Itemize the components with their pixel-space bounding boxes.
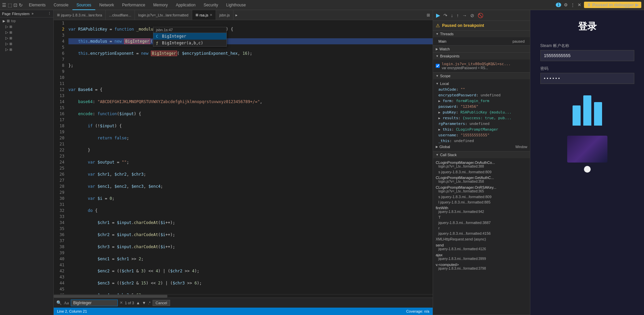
tab-elements[interactable]: Elements bbox=[25, 0, 50, 10]
csi-firewith[interactable]: fireWith jquery-1.8.3.mi...formatted:942 bbox=[433, 205, 530, 215]
sidebar-item-network[interactable]: ▶ ⊞ top bbox=[0, 18, 53, 24]
tab-memory[interactable]: Memory bbox=[149, 0, 172, 10]
prev-match-button[interactable]: ▲ bbox=[136, 301, 140, 305]
dont-pause-icon[interactable]: 🚫 bbox=[477, 12, 484, 19]
thread-main: Main paused bbox=[433, 39, 530, 44]
breakpoints-content: login.js?v=_Ltv80oQSgKQ&l=sc... var encr… bbox=[433, 59, 530, 72]
sidebar-menu-icon[interactable]: ⋮ bbox=[48, 11, 51, 16]
scope-pubKey[interactable]: ▶ pubKey: RSAPublicKey {modulu... bbox=[433, 109, 530, 115]
tab-performance[interactable]: Performance bbox=[118, 0, 149, 10]
play-icon[interactable]: ▶ bbox=[635, 2, 639, 7]
scope-arrow: ▼ bbox=[436, 74, 439, 78]
sidebar-item-1[interactable]: ▷ ⊞ bbox=[0, 24, 53, 30]
search-input[interactable] bbox=[71, 300, 118, 306]
close-icon[interactable]: ✕ bbox=[578, 2, 581, 7]
threads-header[interactable]: ▼ Threads bbox=[433, 31, 530, 37]
tab-sources[interactable]: Sources bbox=[72, 0, 95, 10]
code-line-13: var $chr1, $chr2, $chr3; bbox=[68, 171, 433, 177]
csi-r-loc: jquery-1.8.3.mi...formatted:4156 bbox=[433, 231, 530, 236]
csi-computed[interactable]: v.<computed> jquery-1.8.3.mi...formatted… bbox=[433, 262, 530, 271]
tab-lighthouse[interactable]: Lighthouse bbox=[222, 0, 250, 10]
nav-icons: ☰ ⬚ ⊡ ↻ bbox=[0, 2, 25, 8]
more-tabs-icon[interactable]: ▸ bbox=[233, 13, 239, 17]
editor-tab-jsbn[interactable]: jsbn.js bbox=[216, 10, 233, 20]
devtools-toolbar: ☰ ⬚ ⊡ ↻ Elements Console Sources Network… bbox=[0, 0, 644, 10]
step-over-icon[interactable]: ↷ bbox=[442, 12, 448, 19]
tab-application[interactable]: Application bbox=[172, 0, 200, 10]
password-display: •••••• bbox=[540, 73, 634, 84]
cancel-button[interactable]: Cancel bbox=[153, 300, 170, 306]
code-line-21: $enc2 = (($chr1 & 3) << 4) | ($chr2 >> 4… bbox=[68, 268, 433, 274]
scope-form[interactable]: ▶ form: form#login_form bbox=[433, 98, 530, 104]
csi-0[interactable]: CLoginPromptManager.OnAuthCo... login.js… bbox=[433, 160, 530, 169]
scope-results[interactable]: ▶ results: {success: true, pub... bbox=[433, 115, 530, 121]
sidebar-filesystem-tab[interactable]: Filesystem bbox=[12, 12, 30, 16]
username-input[interactable] bbox=[540, 50, 634, 61]
scope-header[interactable]: ▼ Scope bbox=[433, 73, 530, 79]
settings-icon[interactable]: ⚙ bbox=[564, 2, 568, 7]
scope-section: ▼ Scope ▼ Local authCode: "" encryptedPa… bbox=[433, 73, 530, 151]
sidebar-item-4[interactable]: ▷ ⊞ bbox=[0, 41, 53, 47]
scope-username: username: "15555555555" bbox=[433, 132, 530, 138]
scope-local-header[interactable]: ▼ Local bbox=[433, 81, 530, 87]
scope-encryptedPassword: encryptedPassword: undefined bbox=[433, 92, 530, 98]
regex-icon[interactable]: .* bbox=[148, 301, 150, 305]
clear-search-icon[interactable]: ✕ bbox=[120, 301, 123, 305]
csi-send[interactable]: send jquery-1.8.3.mi...formatted:4126 bbox=[433, 242, 530, 252]
watch-header[interactable]: ▶ Watch bbox=[433, 46, 530, 52]
csi-ajax[interactable]: ajax jquery-1.8.3.mi...formatted:3999 bbox=[433, 252, 530, 262]
autocomplete-item-0[interactable]: C BigInteger bbox=[153, 33, 226, 40]
sidebar-page-tab[interactable]: Page bbox=[2, 12, 11, 16]
editor-tab-login[interactable]: login.js?v=_Ltv...lare:formatted bbox=[135, 10, 192, 20]
mobile-icon[interactable]: ⊡ bbox=[13, 2, 17, 8]
tab-console[interactable]: Console bbox=[50, 0, 72, 10]
scope-global-header[interactable]: ▶ Global Window bbox=[433, 144, 530, 150]
inspect-icon[interactable]: ↻ bbox=[19, 2, 23, 8]
editor-tab-rsa[interactable]: ⊞ rsa.js ✕ bbox=[192, 10, 216, 20]
resume-icon[interactable]: ▶ bbox=[435, 11, 441, 19]
code-line-11: } bbox=[68, 147, 433, 153]
message-badge[interactable]: 1 bbox=[556, 3, 561, 7]
editor-tab-jquery[interactable]: ⊞ jquery-1.8.3.mi...lare:fora bbox=[54, 10, 106, 20]
csi-xmlhttp[interactable]: XMLHttpRequest.send (async) bbox=[433, 236, 530, 242]
editor-tab-cloudflare[interactable]: ...cloudflare... bbox=[106, 10, 135, 20]
preview-title: 登录 bbox=[578, 20, 597, 33]
call-stack-content: CLoginPromptManager.OnAuthCo... login.js… bbox=[433, 158, 530, 273]
autocomplete-header: jsbn.1s:47 bbox=[153, 27, 226, 33]
horizontal-scrollbar[interactable] bbox=[54, 294, 433, 298]
step-into-icon[interactable]: ↓ bbox=[450, 12, 454, 19]
autocomplete-item-1[interactable]: ƒ BigInteger(a,b,c) bbox=[153, 40, 226, 46]
code-editor[interactable]: var RSAPublicKey = function _modulus_hex… bbox=[67, 20, 433, 294]
close-rsa-tab[interactable]: ✕ bbox=[210, 13, 212, 17]
csi-2[interactable]: CLoginPromptManager.GetAuthC... login.js… bbox=[433, 175, 530, 184]
sidebar-item-5[interactable]: ▷ ⊞ bbox=[0, 47, 53, 52]
threads-section: ▼ Threads Main paused bbox=[433, 31, 530, 46]
tab-security[interactable]: Security bbox=[200, 0, 222, 10]
tab-network[interactable]: Network bbox=[95, 0, 118, 10]
collapse-icon: ▷ bbox=[5, 25, 8, 29]
scope-this[interactable]: ▶ this: CLoginPromptManager bbox=[433, 127, 530, 132]
code-line-19: $chr3 = $input.charCodeAt($i++); bbox=[68, 244, 433, 250]
editor-end-icon[interactable]: ⊞ bbox=[424, 13, 433, 17]
code-line-3: this.encryptionExponent = new BigInteger… bbox=[68, 50, 433, 56]
breakpoints-header[interactable]: ▼ Breakpoints bbox=[433, 53, 530, 59]
sidebar-more-icon[interactable]: » bbox=[32, 12, 34, 15]
scope-authCode: authCode: "" bbox=[433, 87, 530, 92]
code-line-12: var $output = ""; bbox=[68, 159, 433, 165]
step-out-icon[interactable]: ↑ bbox=[455, 12, 460, 19]
call-stack-header[interactable]: ▼ Call Stack bbox=[433, 151, 530, 158]
sidebar-item-2[interactable]: ▷ ⊞ bbox=[0, 30, 53, 35]
code-line-14: var $enc1, $enc2, $enc3, $enc4; bbox=[68, 183, 433, 189]
back-icon[interactable]: ☰ bbox=[2, 2, 6, 8]
deactivate-icon[interactable]: ⊘ bbox=[469, 12, 475, 19]
forward-icon[interactable]: ⬚ bbox=[8, 2, 12, 8]
step-icon[interactable]: → bbox=[461, 12, 468, 19]
breakpoint-checkbox[interactable] bbox=[436, 64, 440, 68]
watch-arrow: ▶ bbox=[436, 47, 438, 51]
next-match-button[interactable]: ▼ bbox=[142, 301, 146, 305]
more-icon[interactable]: ⋮ bbox=[571, 2, 575, 7]
search-aa-icon[interactable]: Aa bbox=[64, 300, 69, 306]
autocomplete-popup[interactable]: jsbn.1s:47 C BigInteger ƒ BigInteger(a,b… bbox=[153, 27, 227, 47]
sidebar-item-3[interactable]: ▷ ⊞ bbox=[0, 35, 53, 41]
csi-3[interactable]: CLoginPromptManager.OnRSAKey... login.js… bbox=[433, 184, 530, 194]
